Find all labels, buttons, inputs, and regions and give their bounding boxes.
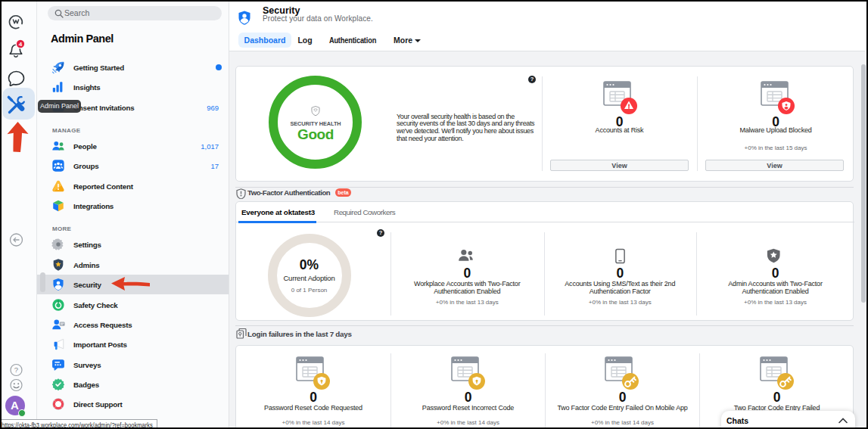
svg-text:4: 4 — [19, 41, 23, 48]
svg-text:?: ? — [14, 365, 18, 374]
